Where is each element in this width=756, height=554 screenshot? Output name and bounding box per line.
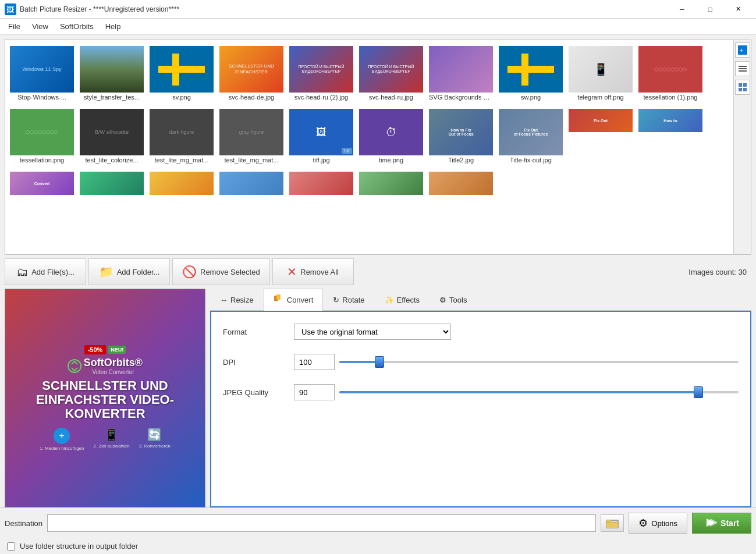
gallery-thumb: Fix Outof Focus Pictures [499, 109, 563, 155]
destination-input[interactable] [47, 514, 596, 532]
sidebar-list-icon[interactable] [735, 61, 750, 76]
list-item[interactable] [357, 168, 425, 200]
gallery-item-label: svc-head-de.jpg [229, 94, 274, 101]
list-item[interactable]: ПРОСТОЙ И БЫСТРЫЙ ВИДЕОКОНВЕРТЕР svc-hea… [287, 42, 356, 104]
start-button[interactable]: Start [692, 513, 751, 534]
list-item[interactable]: How to [636, 105, 705, 167]
sidebar-grid-icon[interactable] [735, 80, 750, 95]
list-item[interactable] [217, 168, 286, 200]
remove-all-label: Remove All [300, 268, 339, 276]
remove-all-button[interactable]: ✕ Remove All [272, 258, 354, 285]
add-folder-icon: 📁 [99, 265, 113, 279]
gallery-thumb: dark figure [150, 109, 214, 155]
add-folder-label: Add Folder... [117, 268, 160, 276]
dpi-input[interactable] [294, 354, 335, 370]
list-item[interactable]: Windows 11 Spy Stop-Windows-... [8, 42, 76, 104]
gallery-scroll[interactable]: Windows 11 Spy Stop-Windows-... style_tr… [5, 40, 733, 254]
list-item[interactable]: dark figure test_lite_mg_mat... [147, 105, 216, 167]
list-item[interactable]: SCHNELLSTER UND EINFACHSTER svc-head-de.… [217, 42, 286, 104]
list-item[interactable]: gray figure test_lite_mg_mat... [217, 105, 286, 167]
gallery-item-label: style_transfer_tes... [84, 94, 140, 101]
list-item[interactable]: sw.png [496, 42, 565, 104]
menu-help[interactable]: Help [100, 20, 127, 33]
list-item[interactable]: Convert [8, 168, 76, 200]
gallery-item-label: tiff.jpg [313, 157, 329, 164]
sidebar-add-icon[interactable]: + [735, 42, 750, 58]
remove-selected-button[interactable]: 🚫 Remove Selected [172, 258, 270, 285]
gallery-thumb [150, 172, 214, 195]
options-button[interactable]: ⚙ Options [629, 513, 687, 534]
resize-icon: ↔ [220, 296, 228, 304]
list-item[interactable]: style_transfer_tes... [77, 42, 146, 104]
tab-convert[interactable]: Convert [264, 289, 324, 311]
tools-icon: ⚙ [439, 296, 446, 304]
window-controls: ─ □ ✕ [669, 0, 751, 19]
dpi-slider-thumb[interactable] [375, 356, 384, 368]
jpeg-quality-input[interactable] [294, 384, 335, 400]
gallery-thumb: ⏱ [359, 109, 423, 155]
list-item[interactable]: B/W silhouette test_lite_colorize... [77, 105, 146, 167]
list-item[interactable]: ⬡⬡⬡⬡⬡⬡⬡⬡ tessellation (1).png [636, 42, 705, 104]
list-item[interactable]: Fix Out [566, 105, 635, 167]
close-button[interactable]: ✕ [725, 0, 751, 19]
maximize-button[interactable]: □ [697, 0, 723, 19]
menu-view[interactable]: View [26, 20, 54, 33]
tabs-bar: ↔ Resize Convert ↻ Rotate [210, 289, 751, 311]
minimize-button[interactable]: ─ [669, 0, 695, 19]
tab-resize[interactable]: ↔ Resize [210, 290, 264, 309]
tab-effects-label: Effects [397, 296, 420, 304]
menu-softorbits[interactable]: SoftOrbits [54, 20, 100, 33]
gallery-item-label: Stop-Windows-... [17, 94, 66, 101]
list-item[interactable]: ⏱ time.png [357, 105, 425, 167]
svg-rect-4 [739, 66, 747, 67]
gallery-thumb: How to FixOut of Focus [429, 109, 493, 155]
list-item[interactable]: 📱 telegram off.png [566, 42, 635, 104]
jpeg-quality-label: JPEG Quality [223, 388, 287, 397]
list-item[interactable]: ⬡⬡⬡⬡⬡⬡⬡⬡ tessellation.png [8, 105, 76, 167]
convert-panel: Format Use the original format JPEG PNG … [210, 311, 751, 507]
list-item[interactable]: sv.png [147, 42, 216, 104]
main-container: Windows 11 Spy Stop-Windows-... style_tr… [0, 35, 756, 554]
destination-browse-button[interactable] [601, 514, 624, 532]
tab-tools[interactable]: ⚙ Tools [430, 290, 477, 309]
tab-effects[interactable]: ✨ Effects [375, 290, 430, 309]
format-row: Format Use the original format JPEG PNG … [223, 324, 739, 340]
tab-rotate[interactable]: ↻ Rotate [323, 290, 374, 309]
add-files-button[interactable]: 🗂 Add File(s)... [5, 258, 86, 285]
gallery-item-label: tessellation.png [20, 157, 64, 164]
list-item[interactable]: SVG Backgrounds Background coll... [427, 42, 495, 104]
list-item[interactable] [287, 168, 356, 200]
jpeg-slider-fill [339, 391, 698, 393]
gallery-item-label: svc-head-ru (2).jpg [294, 94, 348, 101]
add-files-icon: 🗂 [16, 265, 28, 279]
list-item[interactable]: Fix Outof Focus Pictures Title-fix-out.j… [496, 105, 565, 167]
svg-text:+: + [740, 47, 743, 54]
svg-rect-10 [743, 88, 747, 91]
gallery-thumb: ⬡⬡⬡⬡⬡⬡⬡⬡ [638, 46, 702, 93]
list-item[interactable]: ПРОСТОЙ И БЫСТРЫЙ ВИДЕОКОНВЕРТЕР svc-hea… [357, 42, 425, 104]
gallery-item-label: sw.png [521, 94, 541, 101]
jpeg-slider-track [339, 391, 739, 393]
list-item[interactable]: How to FixOut of Focus Title2.jpg [427, 105, 495, 167]
dpi-slider-container [339, 356, 739, 368]
jpeg-slider-thumb[interactable] [694, 386, 703, 398]
svg-rect-9 [739, 88, 742, 91]
gallery-item-label: test_lite_mg_mat... [225, 157, 279, 164]
gallery-thumb: How to [638, 109, 702, 132]
format-control: Use the original format JPEG PNG BMP TIF… [294, 324, 739, 340]
gallery-item-label: SVG Backgrounds Background coll... [429, 94, 493, 101]
svg-rect-13 [276, 294, 281, 300]
folder-structure-checkbox[interactable] [7, 542, 15, 551]
format-select[interactable]: Use the original format JPEG PNG BMP TIF… [294, 324, 451, 340]
gallery-thumb [289, 172, 353, 195]
gallery-item-label: test_lite_colorize... [85, 157, 138, 164]
rotate-icon: ↻ [333, 296, 339, 304]
menu-file[interactable]: File [2, 20, 26, 33]
convert-icon [274, 294, 284, 306]
add-folder-button[interactable]: 📁 Add Folder... [88, 258, 170, 285]
remove-all-icon: ✕ [287, 265, 297, 279]
list-item[interactable]: 🖼 TIF tiff.jpg [287, 105, 356, 167]
list-item[interactable] [427, 168, 495, 200]
list-item[interactable] [77, 168, 146, 200]
list-item[interactable] [147, 168, 216, 200]
